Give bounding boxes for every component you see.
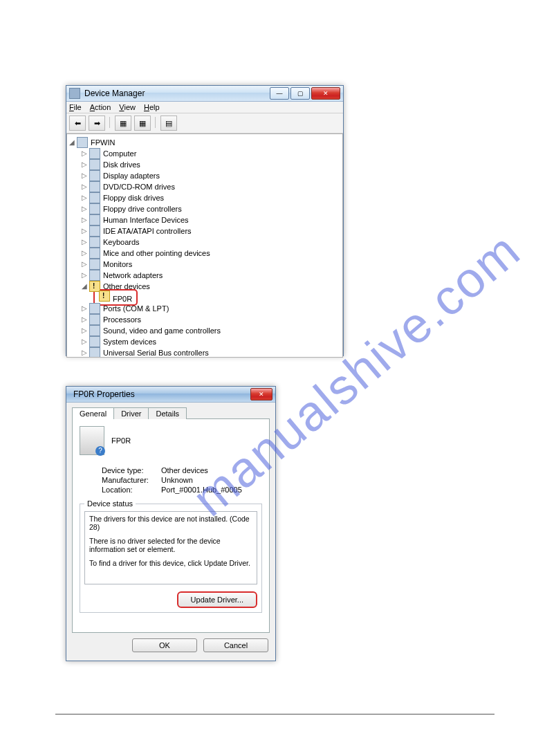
device-icon	[89, 170, 100, 181]
tree-item[interactable]: Display adapters	[103, 170, 160, 181]
device-status-group: Device status The drivers for this devic…	[80, 504, 262, 613]
value-device-type: Other devices	[161, 466, 208, 474]
warning-icon	[99, 291, 110, 302]
value-location: Port_#0001.Hub_#0005	[161, 486, 242, 494]
device-icon	[89, 203, 100, 214]
tree-item[interactable]: Keyboards	[103, 237, 140, 248]
status-line: The drivers for this device are not inst…	[89, 515, 252, 531]
device-icon	[89, 347, 100, 358]
device-icon	[89, 314, 100, 325]
device-icon	[89, 270, 100, 281]
toolbar: ⬅ ➡ ▦ ▦ ▤	[66, 113, 343, 133]
page-footer-rule	[55, 714, 495, 714]
minimize-button[interactable]: —	[270, 87, 289, 100]
close-button[interactable]: ✕	[250, 388, 272, 400]
tree-item[interactable]: Computer	[103, 148, 136, 159]
titlebar[interactable]: Device Manager — ▢ ✕	[66, 86, 343, 102]
cancel-button[interactable]: Cancel	[203, 638, 268, 652]
back-button[interactable]: ⬅	[69, 116, 86, 131]
toolbar-separator	[108, 116, 112, 129]
update-driver-button[interactable]: Update Driver...	[177, 591, 257, 608]
device-icon	[89, 148, 100, 159]
device-status-text[interactable]: The drivers for this device are not inst…	[84, 511, 257, 584]
tab-driver[interactable]: Driver	[113, 407, 149, 419]
menu-help[interactable]: Help	[144, 103, 160, 111]
tool-button[interactable]: ▤	[160, 116, 177, 131]
device-icon	[89, 181, 100, 192]
toolbar-separator	[154, 116, 158, 129]
tool-button[interactable]: ▦	[134, 116, 151, 131]
tree-item[interactable]: Ports (COM & LPT)	[103, 303, 169, 314]
tree-item[interactable]: Disk drives	[103, 159, 140, 170]
properties-dialog: FP0R Properties ✕ General Driver Details…	[66, 386, 276, 661]
device-icon	[89, 159, 100, 170]
tab-general[interactable]: General	[72, 407, 114, 419]
ok-button[interactable]: OK	[132, 638, 197, 652]
tree-item[interactable]: Monitors	[103, 259, 132, 270]
maximize-button[interactable]: ▢	[290, 87, 310, 100]
label-location: Location:	[102, 486, 161, 494]
computer-icon	[77, 137, 88, 148]
tree-item[interactable]: DVD/CD-ROM drives	[103, 181, 175, 192]
device-manager-window: Device Manager — ▢ ✕ File Action View He…	[66, 85, 344, 356]
tab-panel-general: FP0R Device type:Other devices Manufactu…	[72, 418, 270, 633]
tree-item[interactable]: Processors	[103, 314, 141, 325]
device-icon	[89, 303, 100, 314]
tab-details[interactable]: Details	[148, 407, 187, 419]
app-icon	[69, 88, 80, 99]
tree-item[interactable]: Universal Serial Bus controllers	[103, 347, 209, 358]
device-icon	[89, 225, 100, 237]
status-line: There is no driver selected for the devi…	[89, 537, 252, 553]
label-device-type: Device type:	[102, 466, 161, 474]
device-name: FP0R	[111, 436, 131, 445]
tree-root[interactable]: FPWIN	[91, 137, 115, 148]
tree-item[interactable]: Sound, video and game controllers	[103, 325, 221, 336]
tree-item[interactable]: Floppy drive controllers	[103, 203, 182, 214]
label-manufacturer: Manufacturer:	[102, 476, 161, 484]
device-icon	[89, 248, 100, 259]
device-icon	[89, 237, 100, 248]
device-icon	[89, 214, 100, 225]
value-manufacturer: Unknown	[161, 476, 193, 484]
tool-button[interactable]: ▦	[115, 116, 131, 131]
status-line: To find a driver for this device, click …	[89, 559, 252, 567]
device-tree[interactable]: ◢FPWIN ▷Computer ▷Disk drives ▷Display a…	[66, 133, 343, 358]
device-icon	[89, 336, 100, 347]
titlebar[interactable]: FP0R Properties ✕	[66, 387, 275, 403]
tree-item[interactable]: Network adapters	[103, 270, 163, 281]
tab-row: General Driver Details	[72, 407, 270, 418]
tree-item[interactable]: System devices	[103, 336, 156, 347]
device-large-icon	[80, 426, 104, 455]
tree-item[interactable]: Mice and other pointing devices	[103, 248, 210, 259]
device-icon	[89, 259, 100, 270]
menu-view[interactable]: View	[119, 103, 136, 111]
device-icon	[89, 325, 100, 336]
menu-bar[interactable]: File Action View Help	[66, 102, 343, 113]
close-button[interactable]: ✕	[311, 87, 340, 100]
window-title: Device Manager	[84, 89, 270, 98]
tree-item[interactable]: Floppy disk drives	[103, 192, 164, 203]
device-icon	[89, 192, 100, 203]
tree-fp0r[interactable]: FP0R	[113, 295, 132, 303]
menu-file[interactable]: File	[69, 103, 82, 111]
tree-item[interactable]: Human Interface Devices	[103, 214, 189, 225]
forward-button[interactable]: ➡	[89, 116, 105, 131]
device-status-legend: Device status	[84, 499, 136, 508]
tree-item[interactable]: IDE ATA/ATAPI controllers	[103, 225, 192, 237]
menu-action[interactable]: Action	[90, 103, 111, 111]
dialog-title: FP0R Properties	[69, 389, 250, 399]
